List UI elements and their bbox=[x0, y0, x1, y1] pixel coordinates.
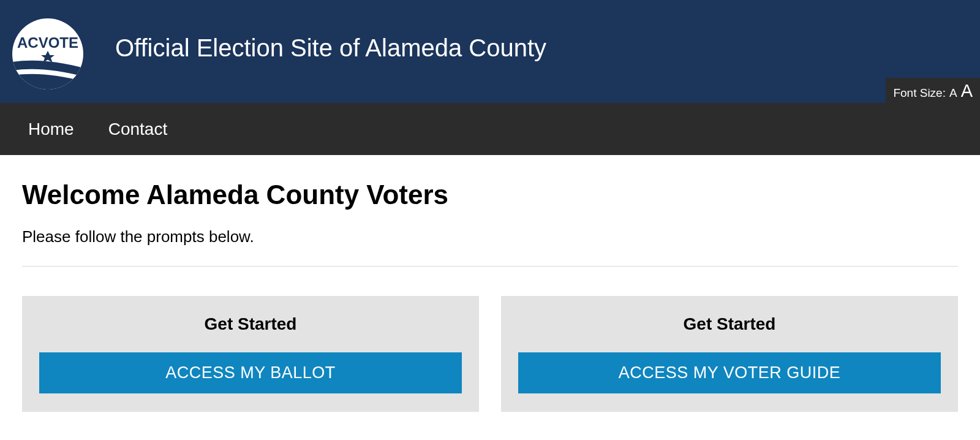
font-size-large-button[interactable]: A bbox=[961, 81, 973, 101]
divider bbox=[22, 266, 958, 267]
site-title: Official Election Site of Alameda County bbox=[115, 34, 546, 62]
page-subtitle: Please follow the prompts below. bbox=[22, 227, 958, 246]
access-ballot-button[interactable]: ACCESS MY BALLOT bbox=[39, 352, 462, 393]
access-voter-guide-button[interactable]: ACCESS MY VOTER GUIDE bbox=[518, 352, 941, 393]
main-nav: Home Contact bbox=[0, 103, 980, 155]
page-title: Welcome Alameda County Voters bbox=[22, 180, 958, 210]
card-voter-guide: Get Started ACCESS MY VOTER GUIDE bbox=[501, 296, 958, 412]
card-heading: Get Started bbox=[518, 314, 941, 334]
card-ballot: Get Started ACCESS MY BALLOT bbox=[22, 296, 479, 412]
font-size-small-button[interactable]: A bbox=[949, 86, 957, 100]
nav-home[interactable]: Home bbox=[28, 119, 74, 139]
cards-row: Get Started ACCESS MY BALLOT Get Started… bbox=[22, 296, 958, 412]
card-heading: Get Started bbox=[39, 314, 462, 334]
font-size-label: Font Size: bbox=[893, 86, 946, 100]
font-size-control: Font Size: A A bbox=[886, 78, 980, 103]
acvote-logo: ACVOTE bbox=[11, 17, 85, 91]
site-header: ACVOTE Official Election Site of Alameda… bbox=[0, 0, 980, 103]
logo-text: ACVOTE bbox=[17, 34, 78, 51]
nav-contact[interactable]: Contact bbox=[108, 119, 168, 139]
main-content: Welcome Alameda County Voters Please fol… bbox=[0, 155, 980, 412]
